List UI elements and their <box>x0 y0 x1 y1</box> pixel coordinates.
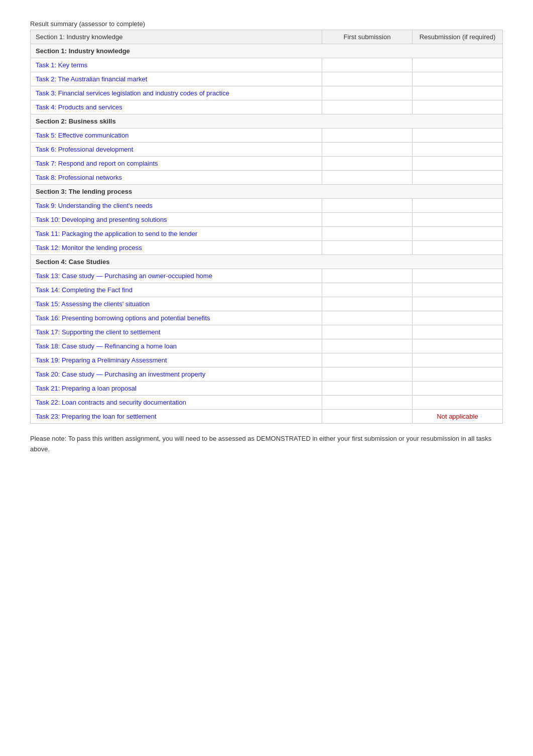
task-label[interactable]: Task 1: Key terms <box>31 58 322 72</box>
resubmission-cell: Not applicable <box>413 410 503 424</box>
table-row: Task 6: Professional development <box>31 143 503 157</box>
task-label[interactable]: Task 11: Packaging the application to se… <box>31 227 322 241</box>
resubmission-cell <box>413 157 503 171</box>
table-row: Task 9: Understanding the client's needs <box>31 199 503 213</box>
first-submission-cell <box>322 213 413 227</box>
result-summary-title: Result summary (assessor to complete) <box>30 20 503 28</box>
first-submission-cell <box>322 382 413 396</box>
first-submission-cell <box>322 325 413 339</box>
table-row: Task 3: Financial services legislation a… <box>31 86 503 100</box>
resubmission-cell <box>413 171 503 185</box>
table-row: Task 12: Monitor the lending process <box>31 241 503 255</box>
task-label[interactable]: Task 8: Professional networks <box>31 171 322 185</box>
table-row: Task 11: Packaging the application to se… <box>31 227 503 241</box>
table-row: Task 14: Completing the Fact find <box>31 283 503 297</box>
first-submission-cell <box>322 241 413 255</box>
section-header: Section 1: Industry knowledge <box>31 30 322 44</box>
resubmission-cell <box>413 227 503 241</box>
first-submission-cell <box>322 353 413 367</box>
resubmission-cell <box>413 86 503 100</box>
task-label[interactable]: Task 4: Products and services <box>31 100 322 114</box>
table-row: Task 13: Case study — Purchasing an owne… <box>31 269 503 283</box>
table-row: Task 2: The Australian financial market <box>31 72 503 86</box>
resubmission-header: Resubmission (if required) <box>413 30 503 44</box>
first-submission-cell <box>322 297 413 311</box>
table-row: Task 23: Preparing the loan for settleme… <box>31 410 503 424</box>
table-row: Task 8: Professional networks <box>31 171 503 185</box>
task-label[interactable]: Task 3: Financial services legislation a… <box>31 86 322 100</box>
section-row: Section 1: Industry knowledge <box>31 44 503 58</box>
first-submission-cell <box>322 396 413 410</box>
section-label: Section 3: The lending process <box>31 185 503 199</box>
table-row: Task 22: Loan contracts and security doc… <box>31 396 503 410</box>
first-submission-cell <box>322 129 413 143</box>
resubmission-cell <box>413 396 503 410</box>
resubmission-cell <box>413 353 503 367</box>
task-label[interactable]: Task 7: Respond and report on complaints <box>31 157 322 171</box>
task-label[interactable]: Task 20: Case study — Purchasing an inve… <box>31 367 322 382</box>
resubmission-cell <box>413 269 503 283</box>
task-label[interactable]: Task 9: Understanding the client's needs <box>31 199 322 213</box>
table-row: Task 1: Key terms <box>31 58 503 72</box>
task-label[interactable]: Task 23: Preparing the loan for settleme… <box>31 410 322 424</box>
resubmission-cell <box>413 325 503 339</box>
section-row: Section 3: The lending process <box>31 185 503 199</box>
first-submission-cell <box>322 72 413 86</box>
table-row: Task 19: Preparing a Preliminary Assessm… <box>31 353 503 367</box>
resubmission-cell <box>413 199 503 213</box>
first-submission-cell <box>322 143 413 157</box>
footer-note: Please note: To pass this written assign… <box>30 434 503 455</box>
table-header-row: Section 1: Industry knowledge First subm… <box>31 30 503 44</box>
resubmission-cell <box>413 241 503 255</box>
first-submission-cell <box>322 269 413 283</box>
task-label[interactable]: Task 18: Case study — Refinancing a home… <box>31 339 322 353</box>
table-row: Task 15: Assessing the clients' situatio… <box>31 297 503 311</box>
resubmission-cell <box>413 382 503 396</box>
resubmission-cell <box>413 367 503 382</box>
task-label[interactable]: Task 5: Effective communication <box>31 129 322 143</box>
resubmission-cell <box>413 72 503 86</box>
task-label[interactable]: Task 2: The Australian financial market <box>31 72 322 86</box>
resubmission-cell <box>413 297 503 311</box>
section-label: Section 4: Case Studies <box>31 255 503 269</box>
task-label[interactable]: Task 16: Presenting borrowing options an… <box>31 311 322 325</box>
first-submission-cell <box>322 171 413 185</box>
task-label[interactable]: Task 21: Preparing a loan proposal <box>31 382 322 396</box>
first-submission-cell <box>322 100 413 114</box>
result-summary-table: Section 1: Industry knowledge First subm… <box>30 30 503 424</box>
resubmission-cell <box>413 339 503 353</box>
resubmission-cell <box>413 213 503 227</box>
task-label[interactable]: Task 19: Preparing a Preliminary Assessm… <box>31 353 322 367</box>
task-label[interactable]: Task 14: Completing the Fact find <box>31 283 322 297</box>
resubmission-cell <box>413 100 503 114</box>
first-submission-cell <box>322 339 413 353</box>
table-row: Task 21: Preparing a loan proposal <box>31 382 503 396</box>
table-row: Task 20: Case study — Purchasing an inve… <box>31 367 503 382</box>
resubmission-cell <box>413 58 503 72</box>
first-submission-cell <box>322 58 413 72</box>
table-row: Task 16: Presenting borrowing options an… <box>31 311 503 325</box>
task-label[interactable]: Task 6: Professional development <box>31 143 322 157</box>
table-row: Task 4: Products and services <box>31 100 503 114</box>
first-submission-cell <box>322 367 413 382</box>
table-row: Task 18: Case study — Refinancing a home… <box>31 339 503 353</box>
table-row: Task 17: Supporting the client to settle… <box>31 325 503 339</box>
first-submission-cell <box>322 227 413 241</box>
task-label[interactable]: Task 17: Supporting the client to settle… <box>31 325 322 339</box>
first-submission-header: First submission <box>322 30 413 44</box>
first-submission-cell <box>322 311 413 325</box>
table-row: Task 5: Effective communication <box>31 129 503 143</box>
section-row: Section 2: Business skills <box>31 114 503 129</box>
section-label: Section 2: Business skills <box>31 114 503 129</box>
task-label[interactable]: Task 10: Developing and presenting solut… <box>31 213 322 227</box>
section-label: Section 1: Industry knowledge <box>31 44 503 58</box>
table-row: Task 10: Developing and presenting solut… <box>31 213 503 227</box>
table-row: Task 7: Respond and report on complaints <box>31 157 503 171</box>
section-row: Section 4: Case Studies <box>31 255 503 269</box>
task-label[interactable]: Task 22: Loan contracts and security doc… <box>31 396 322 410</box>
resubmission-cell <box>413 143 503 157</box>
task-label[interactable]: Task 15: Assessing the clients' situatio… <box>31 297 322 311</box>
task-label[interactable]: Task 12: Monitor the lending process <box>31 241 322 255</box>
task-label[interactable]: Task 13: Case study — Purchasing an owne… <box>31 269 322 283</box>
first-submission-cell <box>322 410 413 424</box>
